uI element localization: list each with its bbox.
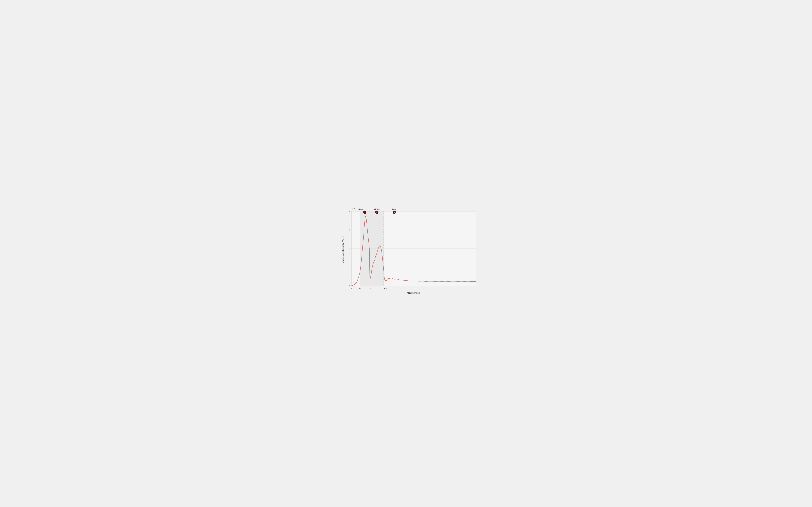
y-exponent: 1e-10: [350, 208, 355, 210]
x-tick-0: 0: [350, 287, 351, 289]
y-tick-4: 4: [348, 247, 349, 249]
x-tick-14: 14: [385, 287, 387, 289]
alpha-badge-text: 2: [376, 211, 377, 213]
beta-badge-text: 0: [394, 211, 395, 213]
y-tick-6: 6: [348, 229, 349, 231]
chart-container: theta 1 alpha 2 beta 0 0 2 4 6 8 1e-10 0…: [325, 203, 487, 304]
theta-label: theta: [358, 208, 364, 211]
y-tick-2: 2: [348, 266, 349, 268]
chart-svg: theta 1 alpha 2 beta 0 0 2 4 6 8 1e-10 0…: [339, 207, 483, 294]
theta-badge-text: 1: [364, 211, 365, 213]
beta-label: beta: [392, 208, 397, 211]
x-tick-13: 13: [383, 287, 385, 289]
alpha-label: alpha: [374, 208, 380, 211]
y-axis-label: Power spectral density (V²/Hz) →: [342, 233, 344, 264]
x-axis-label: Frequency (Hz) →: [406, 292, 423, 294]
x-tick-7.5: 7.5: [368, 287, 371, 289]
y-tick-0: 0: [348, 285, 349, 287]
x-tick-3.5: 3.5: [359, 287, 361, 289]
chart-area: theta 1 alpha 2 beta 0 0 2 4 6 8 1e-10 0…: [339, 207, 483, 294]
y-tick-8: 8: [348, 210, 349, 212]
